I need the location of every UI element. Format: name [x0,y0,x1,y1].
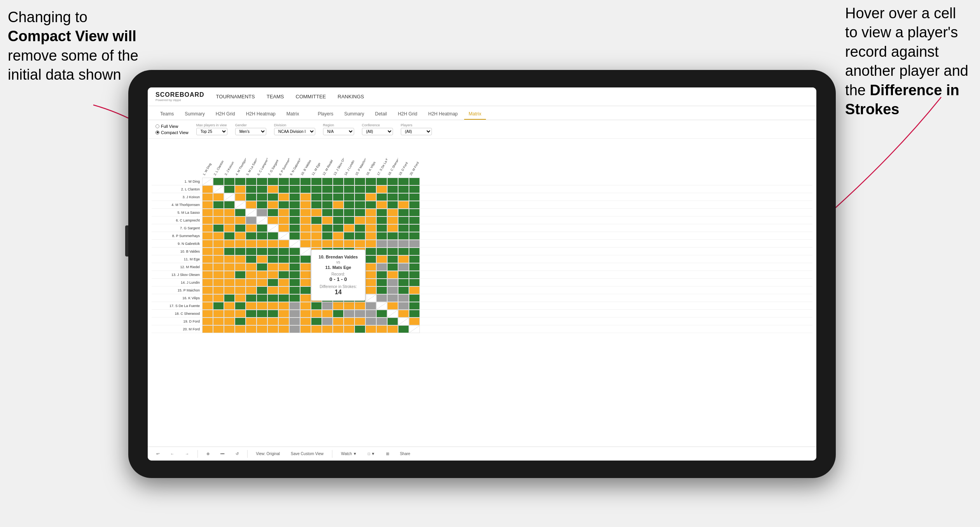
matrix-cell[interactable] [257,286,267,294]
matrix-cell[interactable] [224,185,235,193]
matrix-cell[interactable] [311,318,322,325]
matrix-cell[interactable] [409,216,420,224]
matrix-cell[interactable] [355,224,365,232]
matrix-cell[interactable] [333,240,344,248]
matrix-cell[interactable] [409,178,420,185]
matrix-cell[interactable] [213,271,224,279]
matrix-cell[interactable] [344,232,355,240]
matrix-cell[interactable] [257,302,267,310]
matrix-cell[interactable] [267,248,278,255]
matrix-cell[interactable] [246,294,257,302]
matrix-cell[interactable] [278,248,289,255]
matrix-cell[interactable] [202,216,213,224]
matrix-cell[interactable] [376,201,387,209]
matrix-cell[interactable] [289,185,300,193]
tab-h2h-grid-2[interactable]: H2H Grid [393,109,422,120]
matrix-cell[interactable] [311,325,322,333]
matrix-cell[interactable] [409,224,420,232]
matrix-cell[interactable] [322,318,333,325]
nav-committee[interactable]: COMMITTEE [296,92,326,101]
matrix-cell[interactable] [300,286,311,294]
matrix-cell[interactable] [267,240,278,248]
matrix-cell[interactable] [311,310,322,318]
matrix-cell[interactable] [257,325,267,333]
gender-select[interactable]: Men's [235,128,266,135]
matrix-cell[interactable] [365,193,376,201]
matrix-cell[interactable] [311,216,322,224]
matrix-cell[interactable] [398,325,409,333]
matrix-cell[interactable] [278,193,289,201]
matrix-cell[interactable] [387,294,398,302]
matrix-cell[interactable] [246,263,257,271]
matrix-cell[interactable] [213,240,224,248]
matrix-cell[interactable] [333,216,344,224]
matrix-cell[interactable] [202,302,213,310]
matrix-cell[interactable] [235,209,246,216]
matrix-cell[interactable] [300,255,311,263]
matrix-cell[interactable] [376,271,387,279]
matrix-cell[interactable] [409,286,420,294]
matrix-cell[interactable] [278,224,289,232]
matrix-cell[interactable] [257,216,267,224]
matrix-cell[interactable] [289,224,300,232]
matrix-cell[interactable] [322,325,333,333]
undo-btn[interactable]: ↩ [154,450,162,457]
matrix-cell[interactable] [246,271,257,279]
matrix-cell[interactable] [333,193,344,201]
matrix-cell[interactable] [202,318,213,325]
matrix-cell[interactable] [300,318,311,325]
matrix-cell[interactable] [213,216,224,224]
matrix-cell[interactable] [355,185,365,193]
matrix-cell[interactable] [257,318,267,325]
matrix-cell[interactable] [202,201,213,209]
matrix-cell[interactable] [213,201,224,209]
matrix-cell[interactable] [365,310,376,318]
matrix-cell[interactable] [376,240,387,248]
matrix-cell[interactable] [344,302,355,310]
matrix-cell[interactable] [278,209,289,216]
matrix-cell[interactable] [376,216,387,224]
matrix-cell[interactable] [409,255,420,263]
matrix-cell[interactable] [202,193,213,201]
matrix-cell[interactable] [267,318,278,325]
matrix-cell[interactable] [376,193,387,201]
matrix-cell[interactable] [289,255,300,263]
matrix-cell[interactable] [376,255,387,263]
matrix-cell[interactable] [289,240,300,248]
matrix-cell[interactable] [376,318,387,325]
matrix-cell[interactable] [289,294,300,302]
matrix-cell[interactable] [322,240,333,248]
matrix-cell[interactable] [300,302,311,310]
tab-h2h-heatmap-1[interactable]: H2H Heatmap [241,109,280,120]
matrix-cell[interactable] [235,232,246,240]
full-view-radio[interactable] [155,124,159,128]
matrix-cell[interactable] [246,209,257,216]
matrix-cell[interactable] [202,286,213,294]
matrix-cell[interactable] [409,201,420,209]
matrix-cell[interactable] [202,248,213,255]
matrix-cell[interactable] [257,209,267,216]
matrix-cell[interactable] [300,294,311,302]
tab-summary-2[interactable]: Summary [339,109,369,120]
tab-summary-1[interactable]: Summary [180,109,209,120]
matrix-cell[interactable] [267,216,278,224]
matrix-cell[interactable] [224,318,235,325]
max-players-select[interactable]: Top 25 [196,128,227,135]
matrix-cell[interactable] [300,271,311,279]
matrix-cell[interactable] [365,286,376,294]
matrix-cell[interactable] [376,294,387,302]
matrix-cell[interactable] [213,185,224,193]
matrix-cell[interactable] [224,310,235,318]
matrix-cell[interactable] [376,263,387,271]
matrix-cell[interactable] [278,286,289,294]
matrix-cell[interactable] [246,302,257,310]
matrix-cell[interactable] [267,271,278,279]
matrix-cell[interactable] [398,209,409,216]
more-btn[interactable]: ••• [218,450,227,457]
matrix-cell[interactable] [235,193,246,201]
tab-h2h-grid-1[interactable]: H2H Grid [211,109,240,120]
matrix-cell[interactable] [344,178,355,185]
matrix-cell[interactable] [398,248,409,255]
forward-btn[interactable]: → [183,450,191,457]
matrix-cell[interactable] [398,255,409,263]
